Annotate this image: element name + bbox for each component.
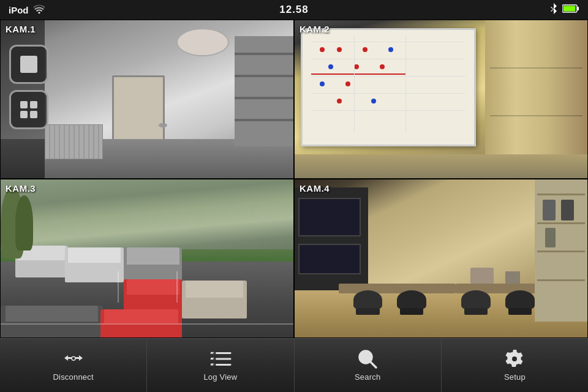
svg-marker-9 [75,355,83,361]
setup-label: Setup [504,372,526,382]
svg-point-11 [72,357,75,360]
camera-4-label: KAM.4 [300,183,330,194]
status-bar: iPod 12.58 [0,0,588,20]
camera-1[interactable]: KAM.1 [0,20,294,179]
search-label: Search [355,372,380,382]
camera-1-label: KAM.1 [6,24,36,34]
svg-marker-8 [64,355,72,361]
single-view-button[interactable] [9,45,48,84]
wifi-icon [34,5,45,15]
svg-rect-1 [577,7,579,10]
search-button[interactable]: Search [295,339,442,392]
toolbar: Disconnect Log View [0,338,588,392]
disconnect-button[interactable]: Disconnect [0,339,147,392]
camera-3[interactable]: KAM.3 [0,179,294,338]
camera-view-controls [9,45,48,129]
log-view-icon [209,349,232,369]
disconnect-label: Disconnect [53,372,93,382]
svg-rect-7 [30,111,37,118]
setup-icon [503,349,526,369]
camera-4[interactable]: KAM.4 [294,179,588,338]
svg-rect-5 [30,101,37,108]
camera-2[interactable]: KAM.2 [294,20,588,179]
time-display: 12.58 [279,4,309,16]
search-icon [356,349,379,369]
camera-2-label: KAM.2 [300,24,330,34]
camera-grid: KAM.1 [0,20,588,338]
carrier-label: iPod [9,5,29,15]
svg-rect-6 [20,111,28,118]
svg-line-20 [370,361,376,368]
bluetooth-icon [550,3,557,17]
log-view-button[interactable]: Log View [147,339,294,392]
svg-rect-4 [20,101,28,108]
svg-point-21 [512,356,517,361]
svg-rect-2 [564,6,576,12]
setup-button[interactable]: Setup [442,339,588,392]
battery-icon [562,4,579,15]
log-view-label: Log View [203,372,237,382]
grid-view-button[interactable] [9,90,48,129]
camera-3-label: KAM.3 [6,183,36,194]
disconnect-icon [62,349,85,369]
svg-rect-3 [20,56,37,73]
